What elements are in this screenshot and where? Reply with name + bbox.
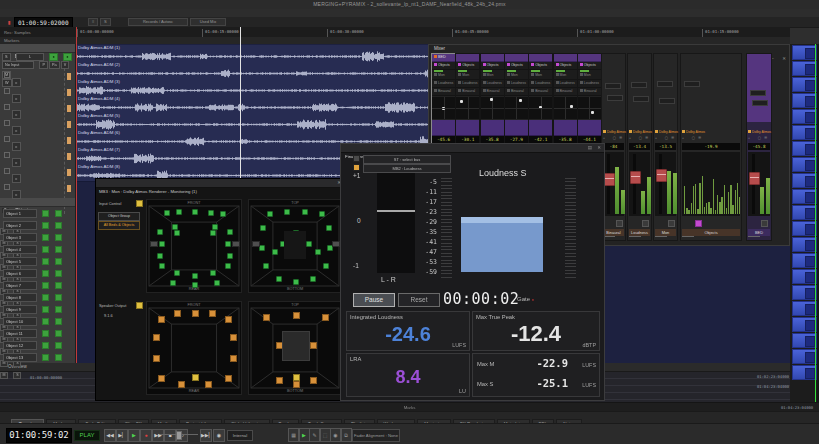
arm-button[interactable] [42, 246, 49, 253]
close-icon[interactable]: ✕ [597, 145, 601, 150]
track-name[interactable]: Object 11 [3, 329, 37, 338]
send-row[interactable]: Binaural [481, 88, 504, 96]
audio-object-dot[interactable] [172, 224, 178, 230]
object-track-row[interactable]: Object 13 M S [0, 351, 75, 363]
input-control-checkbox[interactable] [136, 200, 143, 207]
track-name[interactable]: Object 5 [3, 257, 37, 266]
edit-mode-chip[interactable]: Records / Autosc [128, 18, 188, 26]
record-button[interactable]: ● [140, 429, 152, 442]
pan-xy-pad[interactable] [505, 96, 528, 120]
audio-object-dot[interactable] [306, 241, 312, 247]
send-row[interactable]: Mon [432, 72, 455, 80]
object-track-row[interactable]: Object 2 M S [0, 219, 75, 231]
speaker-output-checkbox[interactable] [136, 302, 143, 309]
object-track-row[interactable]: Object 6 M S [0, 267, 75, 279]
send-row[interactable]: Loudness [481, 80, 504, 88]
pan-position-dot[interactable] [591, 111, 594, 114]
audio-object-dot[interactable] [315, 249, 321, 255]
mode-chip[interactable]: ⧉ [341, 428, 352, 442]
monitor-button[interactable] [55, 342, 62, 349]
channel-strip[interactable]: Dolby Atmos + ‗ ▢ ☰ -13.5 MB3 Mon [653, 53, 678, 241]
channel-strip[interactable]: Dolby Atmos + ‗ ▢ ☰ -45.8 MB4 BED [746, 53, 772, 241]
speaker-square-icon[interactable] [310, 377, 317, 384]
track-name[interactable]: Object 9 [3, 305, 37, 314]
audio-object-dot[interactable] [210, 270, 216, 276]
dock-track-item[interactable] [792, 93, 817, 108]
dock-track-item[interactable] [792, 157, 817, 172]
speaker-square-icon[interactable] [178, 381, 185, 388]
speaker-square-icon[interactable] [230, 355, 237, 362]
arm-button[interactable] [42, 330, 49, 337]
audio-object-dot[interactable] [267, 211, 273, 217]
speaker-square-icon[interactable] [209, 310, 216, 317]
monitor-button[interactable] [55, 258, 62, 265]
send-row-objects[interactable]: Objects [578, 62, 601, 70]
dock-track-item[interactable] [792, 125, 817, 140]
send-row-objects[interactable]: Objects [432, 62, 455, 70]
strip-name[interactable]: Loudness [629, 229, 650, 236]
strip-meter-zone[interactable] [682, 152, 740, 216]
audio-object-dot[interactable] [326, 225, 332, 231]
audio-object-dot[interactable] [164, 210, 170, 216]
pause-button[interactable]: Pause [353, 293, 395, 307]
audio-object-dot[interactable] [293, 279, 299, 285]
stop-button[interactable]: ■ [164, 429, 176, 442]
column-header[interactable] [505, 54, 528, 62]
audio-object-dot[interactable] [263, 263, 269, 269]
send-row[interactable]: Loudness [505, 80, 528, 88]
dock-track-item[interactable] [792, 285, 817, 300]
monitor-button[interactable] [55, 354, 62, 361]
speaker-square-icon[interactable] [153, 334, 160, 341]
strip-badge[interactable] [695, 220, 702, 227]
dock-track-item[interactable] [792, 253, 817, 268]
track-name[interactable]: Object 8 [3, 293, 37, 302]
audio-object-dot[interactable] [310, 276, 316, 282]
track-name[interactable]: Object 2 [3, 221, 37, 230]
track-name[interactable]: Object 10 [3, 317, 37, 326]
strip-tool-icons[interactable]: + ‗ ▢ ☰ [682, 136, 702, 140]
send-row[interactable]: Binaural [529, 88, 552, 96]
send-row-objects[interactable]: Objects [505, 62, 528, 70]
monitor-button[interactable] [55, 210, 62, 217]
mix-chip[interactable]: Used Mix [190, 18, 226, 26]
send-row[interactable]: Loudness [432, 80, 455, 88]
column-header[interactable]: BED [432, 54, 455, 62]
track-checkbox[interactable] [4, 88, 10, 94]
all-beds-objects-button[interactable]: All Beds & Objects [98, 221, 140, 230]
solo-button[interactable]: S [13, 372, 21, 379]
insert-chip[interactable] [633, 96, 649, 102]
strip-tool-icons[interactable]: + ‗ ▢ ☰ [603, 136, 623, 140]
audio-object-dot[interactable] [159, 241, 165, 247]
audio-object-dot[interactable] [176, 209, 182, 215]
strip-meter-zone[interactable] [629, 152, 650, 216]
solo-button[interactable]: S [2, 53, 11, 61]
atmos-room-view[interactable]: FRONTREAR [146, 301, 242, 395]
send-row[interactable]: Loudness [578, 80, 601, 88]
fader-track[interactable] [633, 154, 636, 214]
track-checkbox[interactable] [4, 184, 10, 190]
arm-button[interactable] [42, 234, 49, 241]
fader-alignment-select[interactable]: Fader Alignment : None [352, 429, 400, 442]
audio-object-dot[interactable] [272, 249, 278, 255]
track-checkbox[interactable] [4, 72, 10, 78]
pan-position-dot[interactable] [490, 98, 493, 101]
pan-xy-pad[interactable] [456, 96, 479, 120]
audio-object-dot[interactable] [174, 230, 180, 236]
speaker-square-icon[interactable] [263, 314, 270, 321]
audio-object-dot[interactable] [192, 273, 198, 279]
audio-object-dot[interactable] [192, 209, 198, 215]
track-name[interactable]: Object 4 [3, 245, 37, 254]
object-track-row[interactable]: Object 11 M S [0, 327, 75, 339]
pan-xy-pad[interactable] [578, 96, 601, 120]
monitor-button[interactable] [55, 222, 62, 229]
speaker-square-highlight-icon[interactable] [293, 374, 300, 381]
arm-button[interactable] [42, 258, 49, 265]
dock-track-item[interactable] [792, 189, 817, 204]
column-header[interactable] [578, 54, 601, 62]
pan-position-dot[interactable] [519, 99, 522, 102]
monitor-button[interactable] [55, 246, 62, 253]
monitor-button[interactable] [55, 270, 62, 277]
audio-object-dot[interactable] [227, 253, 233, 259]
insert-chip[interactable] [605, 83, 621, 89]
column-fader[interactable] [578, 120, 601, 136]
